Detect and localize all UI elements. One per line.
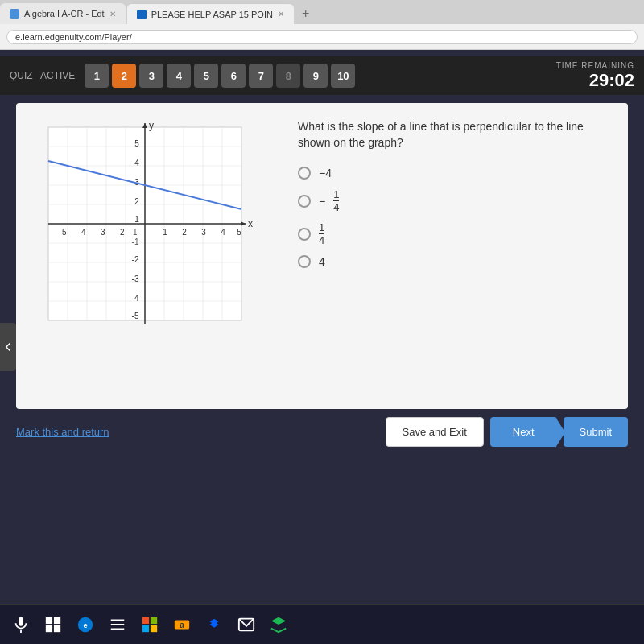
answer-option-a4[interactable]: 4 — [298, 255, 612, 268]
svg-text:-5: -5 — [60, 228, 67, 237]
svg-text:5: 5 — [134, 139, 139, 148]
tab-close-algebra[interactable]: ✕ — [109, 10, 116, 19]
question-btn-8: 8 — [276, 64, 300, 88]
question-navigation: QUIZ ACTIVE 1 2 3 4 5 6 7 8 9 10 — [10, 64, 355, 88]
radio-a1[interactable] — [298, 167, 311, 180]
svg-text:-1: -1 — [130, 228, 138, 237]
svg-text:4: 4 — [221, 228, 225, 237]
address-bar — [0, 24, 644, 50]
quiz-top-bar: QUIZ ACTIVE 1 2 3 4 5 6 7 8 9 10 TIME RE… — [0, 56, 644, 95]
svg-rect-57 — [151, 625, 157, 631]
taskbar-app4[interactable] — [264, 610, 293, 639]
answer-options: −4 − 1 4 1 4 — [298, 167, 612, 268]
question-btn-10[interactable]: 10 — [331, 64, 355, 88]
tab-label-help: PLEASE HELP ASAP 15 POIN — [151, 10, 273, 19]
tab-help[interactable]: PLEASE HELP ASAP 15 POIN ✕ — [127, 3, 294, 24]
radio-a3[interactable] — [298, 228, 311, 241]
quiz-content-area: x y -5 -4 -3 -2 -1 1 2 3 4 5 5 4 3 2 — [16, 103, 628, 409]
fraction-den-a3: 4 — [319, 234, 324, 246]
tab-icon-algebra — [10, 9, 19, 19]
time-remaining: TIME REMAINING 29:02 — [556, 61, 634, 91]
taskbar-store[interactable] — [135, 610, 164, 639]
svg-rect-54 — [142, 617, 149, 623]
tab-bar: Algebra I A-CR - Edt ✕ PLEASE HELP ASAP … — [0, 0, 644, 24]
svg-text:5: 5 — [237, 228, 242, 237]
tab-label-algebra: Algebra I A-CR - Edt — [24, 9, 105, 19]
svg-marker-21 — [241, 221, 246, 226]
svg-text:y: y — [149, 120, 154, 131]
taskbar: e a — [0, 604, 644, 644]
svg-text:1: 1 — [163, 228, 167, 237]
answer-option-a1[interactable]: −4 — [298, 167, 612, 180]
svg-text:-2: -2 — [132, 255, 139, 264]
answer-label-a2: − — [319, 195, 325, 208]
question-btn-9[interactable]: 9 — [303, 64, 328, 88]
action-buttons: Save and Exit Next Submit — [386, 417, 628, 447]
coordinate-graph: x y -5 -4 -3 -2 -1 1 2 3 4 5 5 4 3 2 — [32, 119, 258, 345]
new-tab-button[interactable]: + — [295, 6, 316, 21]
question-btn-4[interactable]: 4 — [167, 64, 191, 88]
sidebar-toggle[interactable] — [0, 323, 16, 371]
taskbar-microphone[interactable] — [6, 610, 35, 639]
tab-icon-help — [137, 10, 147, 19]
svg-text:1: 1 — [134, 215, 139, 224]
svg-rect-51 — [54, 625, 60, 631]
svg-text:-4: -4 — [79, 228, 86, 237]
question-area: What is the slope of a line that is perp… — [298, 119, 612, 393]
quiz-bottom-bar: Mark this and return Save and Exit Next … — [0, 417, 644, 447]
question-btn-6[interactable]: 6 — [221, 64, 246, 88]
fraction-num-a3: 1 — [319, 222, 324, 234]
question-btn-3[interactable]: 3 — [139, 64, 163, 88]
next-button[interactable]: Next — [490, 417, 557, 447]
fraction-den-a2: 4 — [333, 201, 339, 213]
svg-text:a: a — [180, 620, 184, 629]
svg-text:e: e — [83, 621, 87, 629]
taskbar-mail[interactable] — [232, 610, 261, 639]
question-btn-1[interactable]: 1 — [85, 64, 109, 88]
answer-option-a3[interactable]: 1 4 — [298, 222, 612, 246]
svg-rect-49 — [54, 617, 60, 623]
save-exit-button[interactable]: Save and Exit — [386, 417, 484, 447]
tab-algebra[interactable]: Algebra I A-CR - Edt ✕ — [0, 3, 126, 24]
time-value: 29:02 — [556, 70, 634, 91]
taskbar-dropbox[interactable] — [200, 610, 229, 639]
svg-rect-55 — [151, 617, 157, 623]
tab-close-help[interactable]: ✕ — [278, 10, 284, 19]
time-label: TIME REMAINING — [556, 61, 634, 70]
taskbar-files[interactable] — [103, 610, 132, 639]
question-btn-5[interactable]: 5 — [194, 64, 218, 88]
svg-rect-48 — [46, 617, 52, 623]
svg-text:4: 4 — [134, 159, 139, 167]
svg-rect-56 — [142, 625, 149, 631]
radio-a2[interactable] — [298, 195, 311, 208]
taskbar-amazon[interactable]: a — [167, 610, 196, 639]
answer-option-a2[interactable]: − 1 4 — [298, 189, 612, 213]
taskbar-edge[interactable]: e — [71, 610, 100, 639]
quiz-section-label: QUIZ ACTIVE — [10, 70, 75, 81]
svg-text:x: x — [248, 218, 253, 229]
svg-text:-2: -2 — [118, 228, 125, 237]
svg-text:-3: -3 — [98, 228, 105, 237]
svg-text:-1: -1 — [132, 237, 139, 246]
question-btn-2[interactable]: 2 — [112, 64, 136, 88]
submit-button[interactable]: Submit — [564, 417, 628, 447]
browser-chrome: Algebra I A-CR - Edt ✕ PLEASE HELP ASAP … — [0, 0, 644, 50]
svg-marker-61 — [210, 621, 219, 627]
graph-area: x y -5 -4 -3 -2 -1 1 2 3 4 5 5 4 3 2 — [32, 119, 274, 393]
mark-return-link[interactable]: Mark this and return — [16, 426, 109, 438]
fraction-num-a2: 1 — [333, 189, 339, 201]
svg-text:2: 2 — [182, 228, 187, 237]
taskbar-windows[interactable] — [39, 610, 68, 639]
answer-label-a4: 4 — [319, 255, 325, 268]
address-input[interactable] — [6, 30, 638, 44]
svg-text:-4: -4 — [132, 294, 139, 303]
svg-rect-46 — [19, 617, 23, 625]
svg-text:-5: -5 — [132, 312, 139, 320]
svg-text:-3: -3 — [132, 275, 139, 283]
question-text: What is the slope of a line that is perp… — [298, 119, 612, 151]
fraction-a2: 1 4 — [333, 189, 339, 213]
svg-marker-22 — [142, 123, 147, 128]
svg-rect-50 — [46, 625, 52, 631]
radio-a4[interactable] — [298, 255, 311, 268]
question-btn-7[interactable]: 7 — [249, 64, 273, 88]
